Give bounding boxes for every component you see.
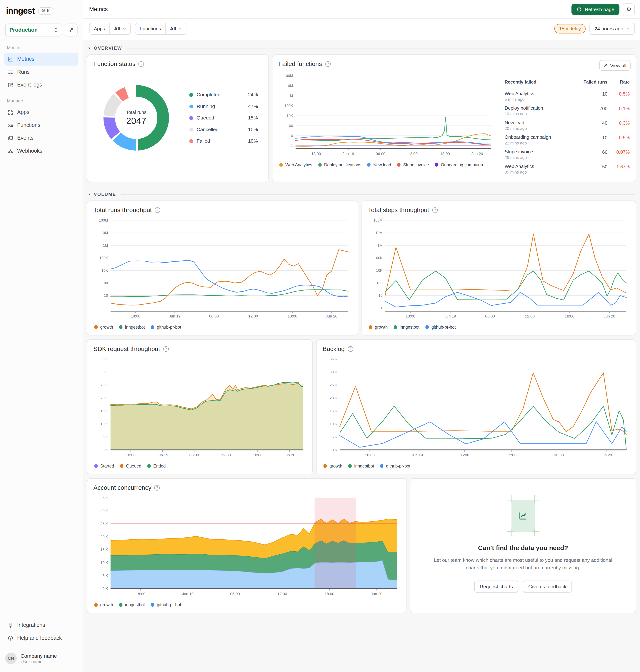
apps-filter[interactable]: Apps All [89,23,131,35]
table-row[interactable]: Deploy notification10 mins ago 700 0.1% [505,103,630,118]
sidebar-item-functions[interactable]: Functions [4,119,78,131]
request-charts-button[interactable]: Request charts [474,581,519,592]
total-steps-chart: 100M10M1M100K10K10010118:00Jun 1906:0012… [368,217,630,321]
view-all-button[interactable]: ↗ View all [599,60,630,71]
svg-text:25 K: 25 K [101,522,108,526]
total-steps-legend: growthinngestbotgithub-pr-bot [368,325,630,329]
refresh-page-button[interactable]: Refresh page [571,4,620,15]
volume-row-3: Account concurrency ? 35 K30 K25 K20 K15… [87,478,636,613]
dashboard-content: ▼ OVERVIEW Function status ? Total [83,40,640,672]
gear-icon: ⚙ [626,6,631,12]
svg-text:12:00: 12:00 [525,314,535,318]
svg-text:100K: 100K [374,256,382,260]
svg-text:10 K: 10 K [330,422,337,426]
svg-text:1M: 1M [103,243,108,247]
sidebar-item-metrics[interactable]: Metrics [4,53,78,66]
legend-item: Stripe invoice [397,162,429,167]
collapse-triangle-icon: ▼ [88,46,91,49]
svg-text:10: 10 [289,134,293,138]
backlog-legend: growthinngestbotgithub-pr-bot [323,463,630,468]
svg-text:Jun 19: Jun 19 [343,152,354,156]
svg-text:30 K: 30 K [101,370,108,374]
sidebar-item-integrations[interactable]: Integrations [4,619,78,632]
give-feedback-button[interactable]: Give us feedback [523,581,572,592]
help-circle-icon[interactable]: ? [155,207,160,213]
functions-icon [8,122,13,128]
svg-text:Jun 20: Jun 20 [471,152,483,156]
events-icon [8,135,13,141]
donut-legend-row: Cancelled10% [189,127,258,132]
help-circle-icon[interactable]: ? [348,346,353,352]
sidebar-item-label: Events [17,135,33,141]
table-row[interactable]: Stripe invoice25 mins ago 60 0.07% [505,147,630,161]
function-status-title: Function status [93,60,135,67]
svg-text:10K: 10K [287,114,293,118]
table-row[interactable]: Web Analytics5 mins ago 10 0.5% [505,89,630,103]
svg-text:10 K: 10 K [101,561,108,565]
legend-item: Queued [120,463,141,468]
legend-item: github-pr-bot [151,325,181,329]
svg-text:100: 100 [287,124,293,128]
svg-text:100M: 100M [374,218,382,222]
sidebar-item-apps[interactable]: Apps [4,106,78,118]
svg-text:10M: 10M [375,231,382,235]
legend-item: github-pr-bot [380,463,410,468]
time-range-select[interactable]: 24 hours ago [590,23,635,35]
svg-text:0 K: 0 K [332,448,337,452]
refresh-icon [577,7,582,12]
svg-text:12:00: 12:00 [277,591,287,596]
column-header: Recently failed [505,79,581,84]
svg-text:06:00: 06:00 [209,314,219,318]
svg-text:12:00: 12:00 [408,152,418,156]
environment-filter-button[interactable] [64,24,77,36]
overview-section-header[interactable]: ▼ OVERVIEW [87,40,636,55]
table-row[interactable]: New lead20 mins ago 40 0.3% [505,118,630,132]
svg-text:35 K: 35 K [330,357,337,361]
legend-item: Web Analytics [279,162,312,167]
donut-legend-row: Running47% [189,104,258,109]
backlog-card: Backlog ? 35 K30 K25 K20 K15 K10 K5 K0 K… [316,339,636,474]
svg-text:18:00: 18:00 [406,314,415,318]
function-status-legend: Completed24%Running47%Queued15%Cancelled… [189,92,260,144]
help-icon [8,635,13,641]
help-circle-icon[interactable]: ? [432,207,438,213]
sidebar: inngest ⌘ K Production Monitor Metrics R… [0,0,83,672]
settings-button[interactable]: ⚙ [623,3,635,15]
help-circle-icon[interactable]: ? [163,346,169,352]
legend-item: growth [94,325,113,329]
time-range-value: 24 hours ago [594,26,623,31]
help-circle-icon[interactable]: ? [139,61,144,67]
plug-icon [8,623,13,628]
help-circle-icon[interactable]: ? [155,485,160,490]
volume-section-header[interactable]: ▼ VOLUME [87,186,636,201]
table-row[interactable]: Web Analytics35 mins ago 50 1.67% [505,161,630,176]
account-menu[interactable]: CN Company name User name [0,648,83,670]
svg-text:10M: 10M [101,231,108,235]
legend-item: inngestbot [394,325,419,329]
sidebar-item-events[interactable]: Events [4,131,78,144]
command-palette-shortcut[interactable]: ⌘ K [38,7,53,14]
sidebar-item-label: Metrics [17,56,34,62]
svg-text:18:00: 18:00 [311,152,321,156]
svg-text:06:00: 06:00 [189,453,199,457]
svg-text:18:00: 18:00 [288,314,297,318]
environment-select[interactable]: Production [5,24,62,36]
legend-item: github-pr-bot [425,325,456,329]
table-row[interactable]: Onboarding campaign22 mins ago 10 0.5% [505,132,630,147]
total-steps-title: Total steps throughput [368,206,429,213]
collapse-triangle-icon: ▼ [88,192,91,196]
svg-text:10 K: 10 K [101,422,108,426]
svg-text:35 K: 35 K [101,496,108,500]
svg-text:25 K: 25 K [330,383,337,387]
sidebar-item-help-feedback[interactable]: Help and feedback [4,632,78,645]
donut-center-label: Total runs [126,110,146,115]
legend-item: New lead [367,162,391,167]
failed-functions-card: Failed functions ? ↗ View all 100M10M1M1… [272,55,636,182]
apps-filter-value: All [114,26,120,31]
sidebar-section-monitor: Monitor [4,38,78,53]
sidebar-item-event-logs[interactable]: Event logs [4,78,78,91]
functions-filter[interactable]: Functions All [135,23,187,35]
sidebar-item-runs[interactable]: Runs [4,66,78,78]
help-circle-icon[interactable]: ? [325,61,331,67]
sidebar-item-webhooks[interactable]: Webhooks [4,144,78,157]
